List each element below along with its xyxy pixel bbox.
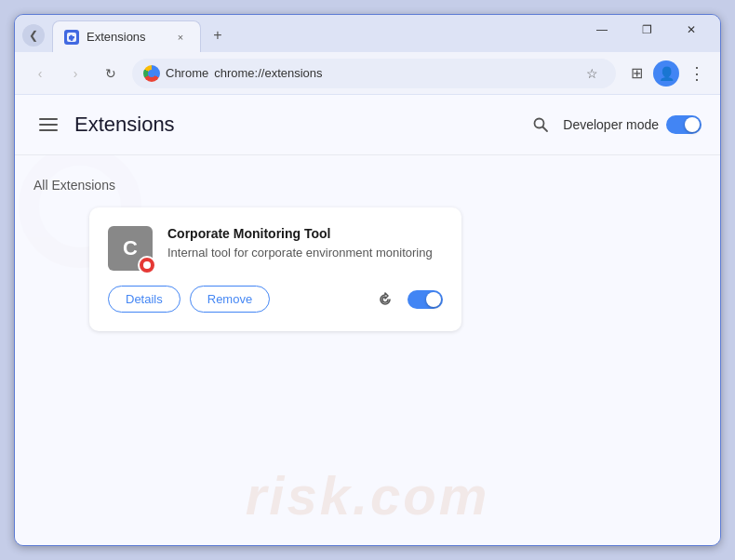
profile-icon: 👤 bbox=[659, 66, 675, 81]
star-button[interactable]: ☆ bbox=[579, 60, 605, 87]
all-extensions-title: All Extensions bbox=[33, 178, 702, 193]
tab-strip: ❮ Extensions × + bbox=[22, 15, 581, 52]
extension-enabled-toggle[interactable] bbox=[408, 290, 443, 309]
active-tab[interactable]: Extensions × bbox=[52, 20, 201, 52]
profile-button[interactable]: 👤 bbox=[653, 60, 679, 87]
reload-extension-button[interactable] bbox=[372, 287, 398, 313]
dev-mode-section: Developer mode bbox=[526, 110, 702, 140]
search-extensions-button[interactable] bbox=[526, 110, 555, 140]
close-button[interactable]: ✕ bbox=[670, 15, 713, 45]
search-icon bbox=[532, 116, 549, 133]
extension-info: Corporate Monitoring Tool Internal tool … bbox=[167, 226, 443, 261]
extensions-icon: ⊞ bbox=[631, 64, 643, 82]
hamburger-line-1 bbox=[39, 118, 58, 120]
hamburger-line-3 bbox=[39, 129, 58, 131]
tab-left-controls: ❮ bbox=[22, 24, 45, 52]
toggle-knob bbox=[685, 117, 700, 132]
reload-icon bbox=[377, 291, 394, 308]
chrome-logo bbox=[143, 65, 160, 82]
address-text: chrome://extensions bbox=[214, 66, 573, 80]
tab-scroll-arrow[interactable]: ❮ bbox=[22, 24, 45, 47]
title-bar: ❮ Extensions × + — bbox=[15, 15, 720, 52]
chrome-brand-label: Chrome bbox=[166, 66, 208, 80]
extension-description: Internal tool for corporate environment … bbox=[167, 245, 443, 261]
puzzle-icon bbox=[65, 31, 78, 44]
nav-bar: ‹ › ↻ Chrome chrome://extensions ☆ ⊞ bbox=[15, 52, 720, 95]
reload-button[interactable]: ↻ bbox=[97, 60, 125, 87]
details-button[interactable]: Details bbox=[108, 286, 180, 313]
browser-window: ❮ Extensions × + — bbox=[14, 14, 721, 546]
developer-mode-toggle[interactable] bbox=[666, 115, 702, 134]
extension-icon-wrapper: C bbox=[108, 226, 153, 271]
hamburger-line-2 bbox=[39, 124, 58, 126]
watermark-text: risk.com bbox=[246, 464, 490, 527]
extension-badge bbox=[138, 256, 156, 274]
minimize-button[interactable]: — bbox=[581, 15, 623, 45]
extension-name: Corporate Monitoring Tool bbox=[167, 226, 443, 241]
page-title: Extensions bbox=[74, 113, 526, 137]
extension-actions: Details Remove bbox=[108, 286, 443, 313]
hamburger-menu-button[interactable] bbox=[33, 110, 63, 140]
svg-line-4 bbox=[543, 127, 548, 132]
badge-inner bbox=[143, 261, 151, 269]
tab-favicon bbox=[64, 30, 79, 45]
extension-toggle-knob bbox=[426, 292, 441, 307]
extensions-body: All Extensions C Corporate Monitoring To… bbox=[15, 155, 720, 353]
chrome-menu-button[interactable]: ⋮ bbox=[683, 60, 709, 87]
remove-button[interactable]: Remove bbox=[190, 286, 270, 313]
nav-icons: ⊞ 👤 ⋮ bbox=[623, 60, 709, 87]
extensions-header: Extensions Developer mode bbox=[15, 95, 720, 155]
extensions-menu-button[interactable]: ⊞ bbox=[623, 60, 649, 87]
more-icon: ⋮ bbox=[688, 63, 704, 84]
extension-actions-right bbox=[372, 287, 443, 313]
extension-card: C Corporate Monitoring Tool Internal too… bbox=[89, 207, 461, 331]
maximize-button[interactable]: ❐ bbox=[625, 15, 668, 45]
new-tab-button[interactable]: + bbox=[205, 22, 231, 48]
back-button[interactable]: ‹ bbox=[26, 60, 54, 87]
address-bar[interactable]: Chrome chrome://extensions ☆ bbox=[132, 59, 616, 88]
window-controls: — ❐ ✕ bbox=[581, 15, 713, 52]
tab-close-button[interactable]: × bbox=[172, 29, 189, 46]
tab-title: Extensions bbox=[87, 30, 165, 44]
extension-card-content: C Corporate Monitoring Tool Internal too… bbox=[108, 226, 443, 271]
forward-button[interactable]: › bbox=[61, 60, 89, 87]
page-content: risk.com Extensions Developer mode bbox=[15, 95, 720, 545]
developer-mode-label: Developer mode bbox=[563, 117, 659, 132]
